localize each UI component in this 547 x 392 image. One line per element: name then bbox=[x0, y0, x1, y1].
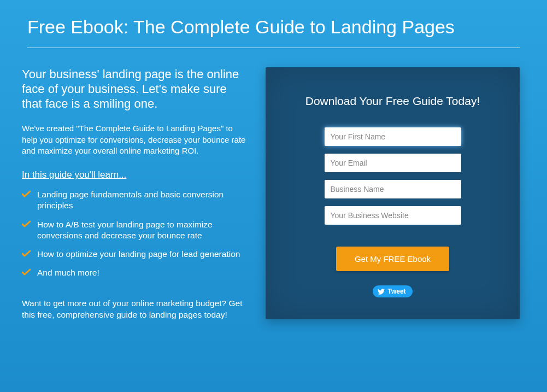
list-item: How to A/B test your landing page to max… bbox=[22, 219, 249, 241]
lead-paragraph: Your business' landing page is the onlin… bbox=[22, 67, 249, 111]
learn-heading: In this guide you'll learn... bbox=[22, 169, 126, 180]
copy-column: Your business' landing page is the onlin… bbox=[22, 67, 249, 321]
check-icon bbox=[22, 250, 32, 260]
bullet-text: Landing page fundamentals and basic conv… bbox=[37, 189, 249, 211]
check-icon bbox=[22, 268, 32, 278]
email-input[interactable] bbox=[325, 154, 461, 172]
bullet-text: How to optimize your landing page for le… bbox=[37, 249, 240, 260]
download-form-card: Download Your Free Guide Today! Get My F… bbox=[266, 67, 520, 319]
check-icon bbox=[22, 190, 32, 211]
first-name-input[interactable] bbox=[325, 127, 461, 146]
content-columns: Your business' landing page is the onlin… bbox=[22, 67, 520, 321]
form-column: Download Your Free Guide Today! Get My F… bbox=[266, 67, 520, 319]
get-ebook-button[interactable]: Get My FREE Ebook bbox=[336, 247, 449, 271]
business-name-input[interactable] bbox=[325, 180, 461, 198]
list-item: How to optimize your landing page for le… bbox=[22, 249, 249, 260]
bullet-text: How to A/B test your landing page to max… bbox=[37, 219, 249, 241]
twitter-icon bbox=[378, 289, 385, 295]
check-icon bbox=[22, 220, 32, 241]
header-divider bbox=[27, 48, 520, 48]
bullet-text: And much more! bbox=[37, 267, 99, 278]
list-item: Landing page fundamentals and basic conv… bbox=[22, 189, 249, 211]
bullet-list: Landing page fundamentals and basic conv… bbox=[22, 189, 249, 278]
tweet-label: Tweet bbox=[387, 288, 405, 295]
page-title: Free Ebook: The Complete Guide to Landin… bbox=[27, 16, 520, 38]
list-item: And much more! bbox=[22, 267, 249, 278]
closing-paragraph: Want to get more out of your online mark… bbox=[22, 298, 249, 321]
business-website-input[interactable] bbox=[325, 206, 461, 225]
tweet-button[interactable]: Tweet bbox=[373, 285, 412, 297]
intro-paragraph: We've created "The Complete Guide to Lan… bbox=[22, 123, 249, 156]
form-heading: Download Your Free Guide Today! bbox=[285, 95, 501, 108]
